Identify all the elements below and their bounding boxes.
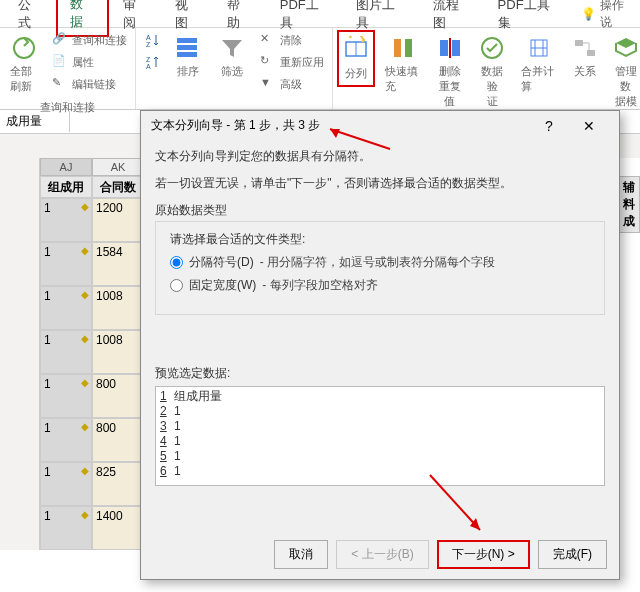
relations-icon: [571, 34, 599, 62]
cell[interactable]: 1◆: [40, 462, 92, 506]
cell[interactable]: 1◆: [40, 506, 92, 550]
dialog-help-button[interactable]: ?: [529, 118, 569, 134]
radio-delimited-desc: - 用分隔字符，如逗号或制表符分隔每个字段: [260, 254, 495, 271]
svg-rect-18: [587, 50, 595, 56]
reapply-button[interactable]: ↻重新应用: [256, 52, 328, 72]
header-cell-right[interactable]: 辅料成: [618, 176, 640, 233]
dialog-title: 文本分列向导 - 第 1 步，共 3 步: [151, 117, 529, 134]
properties-icon: 📄: [52, 54, 68, 70]
group-queries: 全部刷新 🔗查询和连接 📄属性 ✎编辑链接 查询和连接: [0, 28, 136, 109]
header-cell[interactable]: 合同数量: [92, 176, 144, 198]
bulb-icon: 💡: [581, 7, 596, 21]
col-header-ak[interactable]: AK: [92, 158, 144, 176]
sort-asc-icon: AZ: [144, 32, 160, 48]
svg-text:Z: Z: [146, 41, 151, 48]
filter-button[interactable]: 筛选: [212, 30, 252, 83]
cell[interactable]: 1008: [92, 330, 144, 374]
clear-icon: ✕: [260, 32, 276, 48]
svg-text:Z: Z: [146, 56, 151, 63]
svg-rect-5: [177, 38, 197, 43]
next-button[interactable]: 下一步(N) >: [437, 540, 530, 569]
svg-rect-7: [177, 52, 197, 57]
refresh-icon: [10, 34, 38, 62]
text-to-columns-wizard-dialog: 文本分列向导 - 第 1 步，共 3 步 ? ✕ 文本分列向导判定您的数据具有分…: [140, 110, 620, 580]
finish-button[interactable]: 完成(F): [538, 540, 607, 569]
svg-rect-11: [405, 39, 412, 57]
edit-link-icon: ✎: [52, 76, 68, 92]
svg-rect-12: [440, 40, 448, 56]
text-to-columns-icon: [342, 36, 370, 64]
preview-box[interactable]: 1组成用量2131415161: [155, 386, 605, 486]
refresh-all-button[interactable]: 全部刷新: [4, 30, 44, 98]
cell[interactable]: 825: [92, 462, 144, 506]
advanced-filter-button[interactable]: ▼高级: [256, 74, 328, 94]
dialog-titlebar: 文本分列向导 - 第 1 步，共 3 步 ? ✕: [141, 111, 619, 140]
radio-fixed-width-label: 固定宽度(W): [189, 277, 256, 294]
queries-connections-button[interactable]: 🔗查询和连接: [48, 30, 131, 50]
sort-desc-icon: ZA: [144, 54, 160, 70]
svg-rect-6: [177, 45, 197, 50]
sort-desc-button[interactable]: ZA: [140, 52, 164, 72]
svg-text:A: A: [146, 34, 151, 41]
sort-asc-button[interactable]: AZ: [140, 30, 164, 50]
relationships-button[interactable]: 关系: [567, 30, 603, 83]
cell[interactable]: 1◆: [40, 242, 92, 286]
choose-type-label: 请选择最合适的文件类型:: [170, 231, 590, 248]
sort-icon: [174, 34, 202, 62]
ribbon-toolbar: 全部刷新 🔗查询和连接 📄属性 ✎编辑链接 查询和连接 AZ ZA 排序 筛选: [0, 28, 640, 110]
cell[interactable]: 800: [92, 374, 144, 418]
dialog-close-button[interactable]: ✕: [569, 118, 609, 134]
flash-fill-button[interactable]: 快速填充: [379, 30, 426, 98]
cell[interactable]: 1008: [92, 286, 144, 330]
svg-rect-13: [452, 40, 460, 56]
reapply-icon: ↻: [260, 54, 276, 70]
sort-button[interactable]: 排序: [168, 30, 208, 83]
preview-label: 预览选定数据:: [155, 365, 605, 382]
clear-filter-button[interactable]: ✕清除: [256, 30, 328, 50]
cell[interactable]: 1◆: [40, 286, 92, 330]
edit-links-button[interactable]: ✎编辑链接: [48, 74, 131, 94]
data-validation-button[interactable]: 数据验 证: [473, 30, 511, 113]
cell[interactable]: 1◆: [40, 198, 92, 242]
data-model-icon: [612, 34, 640, 62]
radio-fixed-width[interactable]: [170, 279, 183, 292]
cell[interactable]: 1584: [92, 242, 144, 286]
group-data-tools: 分列 快速填充 删除 重复值 数据验 证 合并计算 关系: [333, 28, 640, 109]
svg-rect-17: [575, 40, 583, 46]
filter-icon: [218, 34, 246, 62]
cell[interactable]: 1◆: [40, 374, 92, 418]
col-header-aj[interactable]: AJ: [40, 158, 92, 176]
consolidate-button[interactable]: 合并计算: [515, 30, 562, 98]
dialog-intro-1: 文本分列向导判定您的数据具有分隔符。: [155, 148, 605, 165]
svg-rect-10: [394, 39, 401, 57]
radio-delimited-label: 分隔符号(D): [189, 254, 254, 271]
link-icon: 🔗: [52, 32, 68, 48]
text-to-columns-button[interactable]: 分列: [337, 30, 375, 87]
svg-text:A: A: [146, 63, 151, 70]
ribbon-tabs: 公式 数据 审阅 视图 帮助 PDF工具 图片工具 流程图 PDF工具集 💡 操…: [0, 0, 640, 28]
svg-point-0: [14, 38, 34, 58]
cell[interactable]: 1◆: [40, 330, 92, 374]
flash-fill-icon: [389, 34, 417, 62]
consolidate-icon: [525, 34, 553, 62]
fieldset-legend: 原始数据类型: [155, 202, 605, 219]
header-cell[interactable]: 组成用量: [40, 176, 92, 198]
properties-button[interactable]: 📄属性: [48, 52, 131, 72]
cell[interactable]: 1◆: [40, 418, 92, 462]
radio-delimited[interactable]: [170, 256, 183, 269]
name-box[interactable]: 成用量: [0, 111, 70, 132]
advanced-icon: ▼: [260, 76, 276, 92]
remove-dup-icon: [436, 34, 464, 62]
radio-fixed-width-desc: - 每列字段加空格对齐: [262, 277, 377, 294]
cell[interactable]: 800: [92, 418, 144, 462]
cell[interactable]: 1400: [92, 506, 144, 550]
original-data-type-fieldset: 请选择最合适的文件类型: 分隔符号(D) - 用分隔字符，如逗号或制表符分隔每个…: [155, 221, 605, 315]
cell[interactable]: 1200: [92, 198, 144, 242]
back-button[interactable]: < 上一步(B): [336, 540, 428, 569]
cancel-button[interactable]: 取消: [274, 540, 328, 569]
remove-duplicates-button[interactable]: 删除 重复值: [431, 30, 469, 113]
group-sort-filter: AZ ZA 排序 筛选 ✕清除 ↻重新应用 ▼高级: [136, 28, 333, 109]
dialog-intro-2: 若一切设置无误，请单击"下一步"，否则请选择最合适的数据类型。: [155, 175, 605, 192]
manage-data-model-button[interactable]: 管理数 据模: [607, 30, 640, 113]
validation-icon: [478, 34, 506, 62]
